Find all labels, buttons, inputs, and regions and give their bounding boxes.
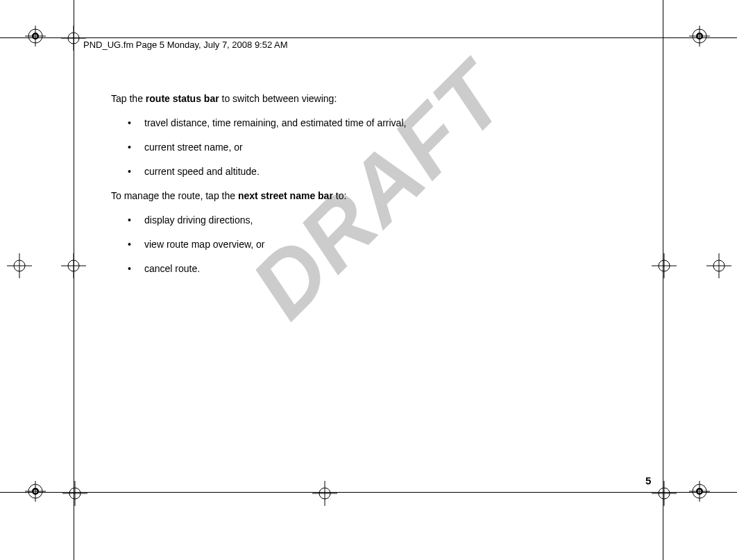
list-1: travel distance, time remaining, and est… bbox=[144, 116, 638, 179]
list2-item1: display driving directions, bbox=[144, 213, 638, 228]
paragraph-2: To manage the route, tap the next street… bbox=[111, 189, 638, 203]
crop-mark-icon bbox=[652, 253, 677, 278]
page-number: 5 bbox=[645, 475, 651, 486]
para1-bold: route status bar bbox=[146, 93, 219, 104]
list-2: display driving directions, view route m… bbox=[144, 213, 638, 276]
list1-item3: current speed and altitude. bbox=[144, 164, 638, 179]
para1-text2: to switch between viewing: bbox=[219, 93, 337, 104]
registration-mark-icon bbox=[25, 26, 46, 46]
registration-mark-icon bbox=[689, 481, 710, 502]
header-rule bbox=[0, 37, 737, 38]
body-content: Tap the route status bar to switch betwe… bbox=[111, 92, 638, 286]
list1-item1: travel distance, time remaining, and est… bbox=[144, 116, 638, 130]
left-rule bbox=[74, 0, 74, 560]
crop-mark-icon bbox=[652, 481, 677, 506]
para2-text2: to: bbox=[333, 190, 346, 201]
crop-mark-icon bbox=[706, 253, 731, 278]
registration-mark-icon bbox=[25, 481, 46, 502]
list2-item3: cancel route. bbox=[144, 262, 638, 276]
crop-mark-icon bbox=[61, 253, 86, 278]
para1-text1: Tap the bbox=[111, 93, 146, 104]
list1-item2: current street name, or bbox=[144, 140, 638, 155]
crop-mark-icon bbox=[7, 253, 32, 278]
paragraph-1: Tap the route status bar to switch betwe… bbox=[111, 92, 638, 106]
header-text: PND_UG.fm Page 5 Monday, July 7, 2008 9:… bbox=[83, 40, 288, 50]
footer-rule bbox=[0, 492, 737, 493]
list2-item2: view route map overview, or bbox=[144, 237, 638, 252]
para2-bold: next street name bar bbox=[238, 190, 333, 201]
crop-mark-icon bbox=[312, 481, 337, 506]
crop-mark-icon bbox=[62, 481, 87, 506]
registration-mark-icon bbox=[689, 26, 710, 46]
crop-mark-icon bbox=[61, 26, 86, 51]
right-rule bbox=[663, 0, 663, 560]
para2-text1: To manage the route, tap the bbox=[111, 190, 238, 201]
